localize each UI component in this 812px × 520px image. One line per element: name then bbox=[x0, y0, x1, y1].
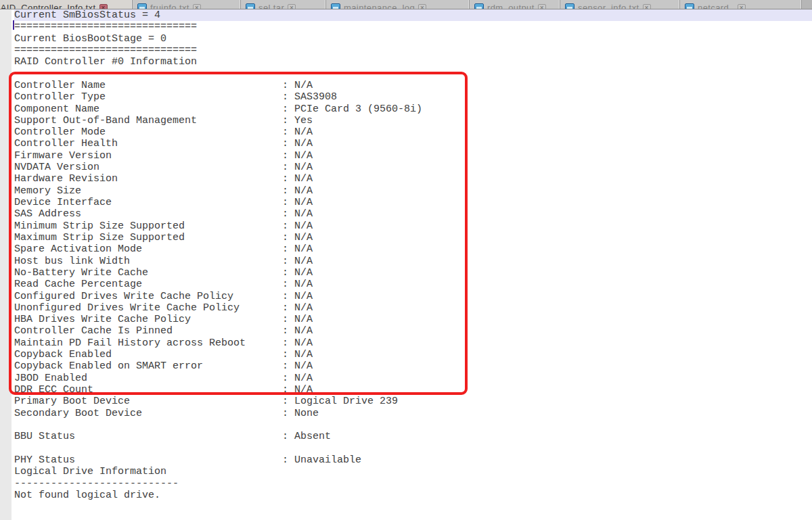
tab-netcard-[interactable]: netcard_× bbox=[680, 0, 802, 9]
text-line: Maximum Strip Size Supported : N/A bbox=[14, 232, 812, 243]
tab-label: sensor_info.txt bbox=[578, 3, 639, 9]
text-line: HBA Drives Write Cache Policy : N/A bbox=[14, 314, 812, 325]
text-line: Unonfigured Drives Write Cache Policy : … bbox=[14, 302, 812, 314]
tab-label: RAID_Controller_Info.txt bbox=[0, 3, 96, 9]
tab-label: netcard_ bbox=[698, 3, 734, 9]
tab-fruinfo-txt[interactable]: fruinfo.txt× bbox=[133, 0, 241, 9]
text-caret bbox=[13, 20, 14, 30]
text-line: Read Cache Percentage : N/A bbox=[14, 279, 812, 290]
tab-bar: RAID_Controller_Info.txt×fruinfo.txt×sel… bbox=[0, 0, 812, 9]
editor-margin bbox=[0, 9, 12, 520]
text-line: Device Interface : N/A bbox=[14, 197, 812, 208]
editor-lines: Current SmBiosStatus = 4================… bbox=[12, 9, 812, 501]
tab-label: fruinfo.txt bbox=[150, 3, 189, 9]
text-line: No-Battery Write Cache : N/A bbox=[14, 267, 812, 279]
saved-file-icon bbox=[565, 3, 574, 9]
tab-sel-tar[interactable]: sel.tar× bbox=[241, 0, 326, 9]
text-line: Current SmBiosStatus = 4 bbox=[14, 9, 812, 21]
text-line: Minimum Strip Size Supported : N/A bbox=[14, 220, 812, 232]
text-line: Primary Boot Device : Logical Drive 239 bbox=[14, 396, 812, 407]
tab-label: maintenance_log bbox=[344, 3, 415, 9]
text-line: Firmware Version : N/A bbox=[14, 150, 812, 162]
text-line: SAS Address : N/A bbox=[14, 208, 812, 220]
close-icon[interactable]: × bbox=[193, 4, 201, 9]
text-line: Support Out-of-Band Management : Yes bbox=[14, 115, 812, 126]
text-line: Controller Cache Is Pinned : N/A bbox=[14, 325, 812, 337]
text-line: Configured Drives Write Cache Policy : N… bbox=[14, 291, 812, 302]
text-line: Controller Health : N/A bbox=[14, 138, 812, 149]
saved-file-icon bbox=[331, 3, 340, 9]
text-line: Current BiosBootStage = 0 bbox=[14, 33, 812, 45]
text-line: --------------------------- bbox=[14, 478, 812, 490]
close-icon[interactable]: × bbox=[643, 4, 651, 9]
text-line: NVDATA Version : N/A bbox=[14, 162, 812, 173]
tab-maintenance-log[interactable]: maintenance_log× bbox=[326, 0, 470, 9]
text-line: RAID Controller #0 Information bbox=[14, 56, 812, 68]
text-line: Spare Activation Mode : N/A bbox=[14, 243, 812, 255]
close-icon[interactable]: × bbox=[538, 4, 546, 9]
close-icon[interactable]: × bbox=[738, 4, 746, 9]
text-editor[interactable]: Current SmBiosStatus = 4================… bbox=[12, 9, 812, 520]
text-line: PHY Status : Unavailable bbox=[14, 454, 812, 466]
saved-file-icon bbox=[246, 3, 255, 9]
saved-file-icon bbox=[137, 3, 147, 9]
text-line: Secondary Boot Device : None bbox=[14, 408, 812, 419]
tab-rdm-output[interactable]: rdm_output× bbox=[470, 0, 560, 9]
text-line bbox=[14, 68, 812, 80]
text-line: Hardware Revision : N/A bbox=[14, 173, 812, 185]
text-line: JBOD Enabled : N/A bbox=[14, 373, 812, 384]
saved-file-icon bbox=[474, 3, 484, 9]
text-line: Memory Size : N/A bbox=[14, 185, 812, 197]
text-line: Copyback Enabled on SMART error : N/A bbox=[14, 360, 812, 372]
tab-label: sel.tar bbox=[258, 3, 284, 9]
close-icon[interactable]: × bbox=[288, 4, 296, 9]
text-line: BBU Status : Absent bbox=[14, 431, 812, 442]
text-line: DDR ECC Count : N/A bbox=[14, 384, 812, 396]
text-line: Controller Name : N/A bbox=[14, 80, 812, 91]
tab-sensor-info-txt[interactable]: sensor_info.txt× bbox=[560, 0, 680, 9]
text-line: Host bus link Width : N/A bbox=[14, 256, 812, 267]
text-line: Logical Drive Information bbox=[14, 466, 812, 477]
text-line bbox=[14, 419, 812, 431]
text-line: Controller Type : SAS3908 bbox=[14, 91, 812, 103]
text-line bbox=[14, 443, 812, 454]
close-icon[interactable]: × bbox=[418, 4, 426, 9]
text-line: Controller Mode : N/A bbox=[14, 126, 812, 138]
text-line: ============================== bbox=[14, 45, 812, 56]
close-icon[interactable]: × bbox=[99, 4, 108, 9]
tab-raid-controller-info-txt[interactable]: RAID_Controller_Info.txt× bbox=[0, 0, 133, 9]
text-line: Copyback Enabled : N/A bbox=[14, 349, 812, 360]
tab-label: rdm_output bbox=[487, 3, 535, 9]
text-line: Maintain PD Fail History across Reboot :… bbox=[14, 337, 812, 349]
saved-file-icon bbox=[685, 3, 694, 9]
text-line: Not found logical drive. bbox=[14, 490, 812, 501]
text-line: Component Name : PCIe Card 3 (9560-8i) bbox=[14, 103, 812, 115]
text-line: ============================== bbox=[14, 21, 812, 32]
